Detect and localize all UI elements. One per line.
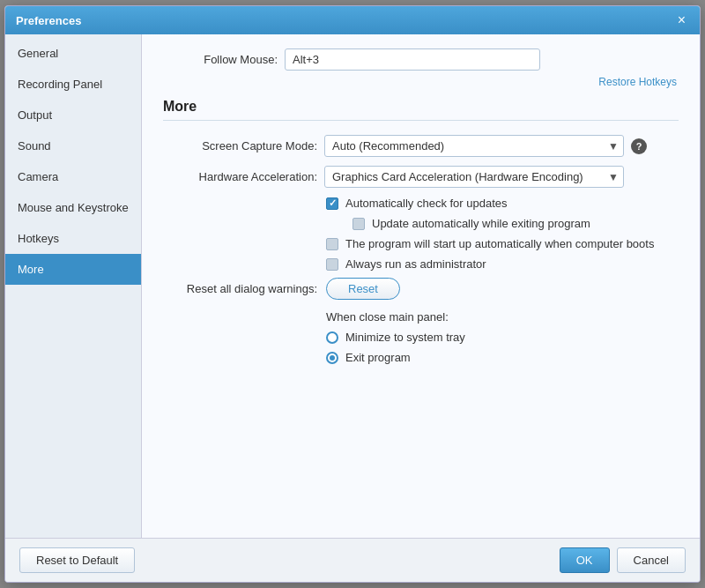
exit-program-radio[interactable]	[326, 352, 338, 364]
close-button[interactable]: ×	[674, 13, 689, 27]
minimize-tray-label: Minimize to system tray	[345, 331, 465, 344]
screen-capture-help-button[interactable]: ?	[631, 138, 647, 154]
restore-hotkeys-link[interactable]: Restore Hotkeys	[163, 76, 677, 88]
auto-check-updates-row: Automatically check for updates	[326, 197, 679, 210]
dialog-title: Preferences	[16, 14, 81, 27]
sidebar-item-output[interactable]: Output	[5, 100, 141, 130]
startup-checkbox[interactable]	[326, 238, 338, 250]
sidebar-item-hotkeys[interactable]: Hotkeys	[5, 223, 141, 254]
preferences-dialog: Preferences × General Recording Panel Ou…	[4, 5, 701, 583]
follow-mouse-input[interactable]	[285, 48, 540, 71]
reset-to-default-button[interactable]: Reset to Default	[19, 547, 135, 573]
auto-check-updates-checkbox[interactable]	[326, 197, 338, 210]
sidebar-item-more[interactable]: More	[5, 254, 141, 285]
close-panel-section: When close main panel: Minimize to syste…	[326, 310, 679, 364]
follow-mouse-label: Follow Mouse:	[163, 53, 278, 66]
screen-capture-select[interactable]: Auto (Recommended)	[324, 135, 624, 157]
minimize-tray-radio[interactable]	[326, 331, 338, 344]
sidebar-item-camera[interactable]: Camera	[5, 161, 141, 192]
sidebar-item-sound[interactable]: Sound	[5, 130, 141, 161]
close-panel-title: When close main panel:	[326, 310, 679, 324]
minimize-tray-row: Minimize to system tray	[326, 331, 679, 344]
dialog-footer: Reset to Default OK Cancel	[5, 538, 700, 582]
footer-right: OK Cancel	[560, 547, 686, 573]
dialog-body: General Recording Panel Output Sound Cam…	[5, 34, 700, 538]
screen-capture-label: Screen Capture Mode:	[163, 139, 317, 153]
reset-dialog-row: Reset all dialog warnings: Reset	[163, 278, 679, 300]
sidebar: General Recording Panel Output Sound Cam…	[5, 34, 142, 538]
update-auto-label: Update automatically while exiting progr…	[372, 217, 590, 230]
startup-row: The program will start up automatically …	[326, 237, 679, 250]
hardware-accel-select[interactable]: Graphics Card Acceleration (Hardware Enc…	[324, 166, 624, 188]
reset-dialog-button[interactable]: Reset	[326, 278, 400, 300]
sidebar-item-general[interactable]: General	[5, 38, 141, 69]
admin-row: Always run as administrator	[326, 257, 679, 271]
hardware-accel-row: Hardware Acceleration: Graphics Card Acc…	[163, 166, 679, 188]
update-auto-checkbox[interactable]	[352, 218, 365, 230]
screen-capture-wrapper: Auto (Recommended) ▼	[324, 135, 624, 157]
auto-check-updates-label: Automatically check for updates	[345, 197, 508, 210]
update-auto-row: Update automatically while exiting progr…	[352, 217, 679, 230]
sidebar-item-recording-panel[interactable]: Recording Panel	[5, 69, 141, 100]
exit-program-radio-inner	[330, 355, 335, 361]
hardware-accel-wrapper: Graphics Card Acceleration (Hardware Enc…	[324, 166, 624, 188]
cancel-button[interactable]: Cancel	[617, 547, 686, 573]
exit-program-row: Exit program	[326, 351, 679, 364]
startup-label: The program will start up automatically …	[345, 237, 654, 250]
sidebar-item-mouse-keystroke[interactable]: Mouse and Keystroke	[5, 192, 141, 223]
reset-dialog-label: Reset all dialog warnings:	[163, 282, 317, 295]
footer-left: Reset to Default	[19, 547, 135, 573]
admin-checkbox[interactable]	[326, 258, 338, 271]
follow-mouse-row: Follow Mouse:	[163, 48, 679, 71]
screen-capture-row: Screen Capture Mode: Auto (Recommended) …	[163, 135, 679, 157]
more-section-title: More	[163, 99, 679, 121]
exit-program-label: Exit program	[345, 351, 411, 364]
main-content: Follow Mouse: Restore Hotkeys More Scree…	[142, 34, 700, 538]
admin-label: Always run as administrator	[345, 257, 486, 271]
ok-button[interactable]: OK	[560, 547, 610, 573]
title-bar: Preferences ×	[5, 6, 700, 34]
hardware-accel-label: Hardware Acceleration:	[163, 170, 317, 183]
